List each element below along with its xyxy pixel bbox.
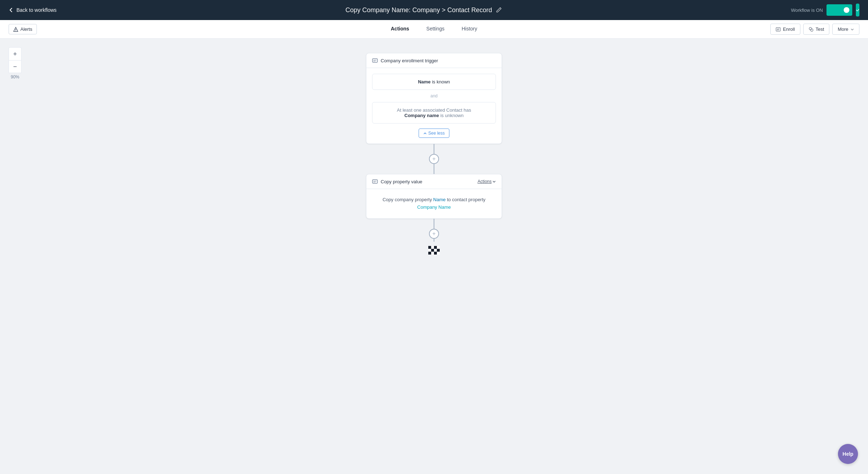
trigger-card: Company enrollment trigger Name is known… xyxy=(366,53,502,144)
svg-point-5 xyxy=(809,27,811,30)
see-less-label: See less xyxy=(428,131,445,136)
finish-flag xyxy=(425,243,443,260)
action-middle-text: to contact property xyxy=(446,197,486,202)
svg-point-1 xyxy=(15,30,16,31)
connector-line-bottom xyxy=(434,164,434,174)
svg-rect-23 xyxy=(434,252,437,255)
alerts-button[interactable]: Alerts xyxy=(9,24,37,34)
actions-link-label: Actions xyxy=(478,179,492,184)
test-label: Test xyxy=(816,26,824,32)
condition-1[interactable]: Name is known xyxy=(372,74,496,90)
action-body-text: Copy company property xyxy=(382,197,433,202)
enroll-button[interactable]: Enroll xyxy=(770,24,800,35)
svg-rect-16 xyxy=(437,246,440,249)
connector-2: + xyxy=(429,219,439,242)
action-card-header: Copy property value Actions xyxy=(366,174,502,189)
add-step-button-2[interactable]: + xyxy=(429,229,439,239)
connector-line-top xyxy=(434,144,434,154)
zoom-controls: + − 90% xyxy=(9,47,21,79)
and-divider: and xyxy=(430,93,438,98)
see-less-button[interactable]: See less xyxy=(419,129,449,138)
condition-2-bold: Company name xyxy=(404,113,439,118)
chevron-down-icon xyxy=(850,28,854,31)
toggle-thumb xyxy=(844,7,849,13)
svg-rect-15 xyxy=(434,246,437,249)
link-company-name[interactable]: Company Name xyxy=(417,204,451,210)
svg-rect-21 xyxy=(428,252,431,255)
svg-rect-24 xyxy=(437,252,440,255)
svg-rect-20 xyxy=(437,249,440,252)
svg-rect-10 xyxy=(372,180,377,183)
workflow-toggle[interactable] xyxy=(826,4,852,16)
svg-rect-17 xyxy=(428,249,431,252)
condition-2[interactable]: At least one associated Contact has Comp… xyxy=(372,102,496,124)
actions-dropdown[interactable]: Actions xyxy=(478,179,496,184)
add-step-button-1[interactable]: + xyxy=(429,154,439,164)
actions-chevron-icon xyxy=(492,180,496,183)
condition-1-rest: is known xyxy=(431,79,450,84)
condition-1-bold: Name xyxy=(418,79,430,84)
action-card-header-label: Copy property value xyxy=(381,179,422,184)
link-name[interactable]: Name xyxy=(433,197,446,202)
back-to-workflows[interactable]: Back to workflows xyxy=(9,7,57,13)
condition-2-prefix: At least one associated Contact has xyxy=(397,107,471,113)
svg-rect-19 xyxy=(434,249,437,252)
svg-rect-14 xyxy=(431,246,434,249)
alert-icon xyxy=(13,27,18,32)
edit-icon[interactable] xyxy=(496,7,502,13)
connector-line-2-top xyxy=(434,219,434,229)
svg-rect-7 xyxy=(372,59,377,62)
tabs-left: Alerts xyxy=(9,20,45,38)
svg-rect-2 xyxy=(776,28,780,31)
zoom-in-button[interactable]: + xyxy=(9,47,21,60)
toggle-check[interactable] xyxy=(856,4,859,16)
action-card: Copy property value Actions Copy company… xyxy=(366,174,502,219)
zoom-level: 90% xyxy=(9,74,21,79)
enroll-label: Enroll xyxy=(783,26,795,32)
trigger-card-header: Company enrollment trigger xyxy=(366,53,502,68)
tabs-right: Enroll Test More xyxy=(770,24,859,35)
action-card-icon xyxy=(372,179,378,184)
more-label: More xyxy=(838,26,848,32)
top-nav-right: Workflow is ON xyxy=(791,4,859,16)
action-card-body: Copy company property Name to contact pr… xyxy=(366,189,502,218)
test-button[interactable]: Test xyxy=(803,24,830,35)
zoom-out-button[interactable]: − xyxy=(9,60,21,73)
action-card-header-left: Copy property value xyxy=(372,179,422,184)
svg-rect-13 xyxy=(428,246,431,249)
workflow-status: Workflow is ON xyxy=(791,8,823,13)
svg-rect-18 xyxy=(431,249,434,252)
back-label: Back to workflows xyxy=(16,7,57,13)
alerts-label: Alerts xyxy=(20,26,32,32)
help-button[interactable]: Help xyxy=(838,444,858,464)
chevron-up-icon xyxy=(423,131,427,135)
trigger-card-body: Name is known and At least one associate… xyxy=(366,68,502,144)
connector-line-2-bottom xyxy=(434,239,434,242)
trigger-card-icon xyxy=(372,58,378,63)
workflow-canvas: + − 90% Company enrollment trigger Name … xyxy=(0,39,868,474)
tabs-bar: Alerts Actions Settings History Enroll xyxy=(0,20,868,39)
svg-rect-22 xyxy=(431,252,434,255)
test-icon xyxy=(809,27,814,32)
help-label: Help xyxy=(843,451,853,457)
trigger-card-header-label: Company enrollment trigger xyxy=(381,58,438,63)
condition-2-rest: is unknown xyxy=(439,113,464,118)
enroll-icon xyxy=(776,27,781,32)
more-button[interactable]: More xyxy=(832,24,859,35)
toggle-track xyxy=(837,6,850,14)
workflow-wrapper: Company enrollment trigger Name is known… xyxy=(366,53,502,260)
svg-point-6 xyxy=(810,29,813,31)
connector-1: + xyxy=(429,144,439,174)
